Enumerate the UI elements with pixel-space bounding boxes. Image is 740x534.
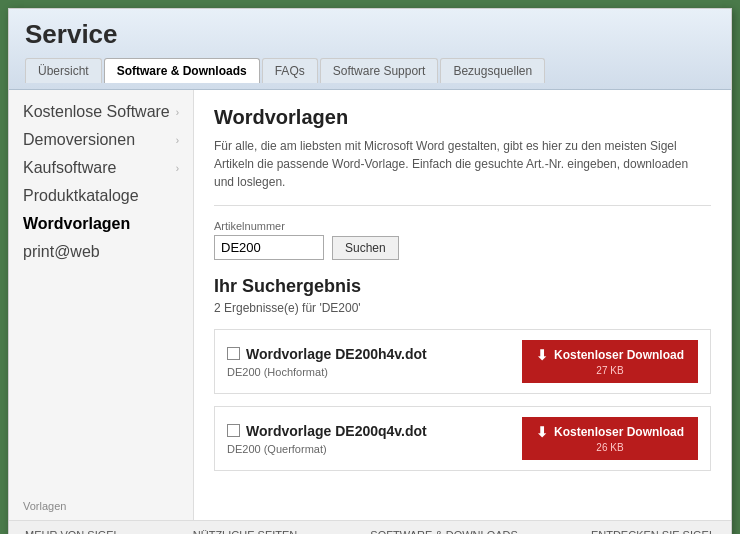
footer-bar: MEHR VON SIGEL NÜTZLICHE SEITEN SOFTWARE… xyxy=(9,520,731,534)
tab-software-downloads[interactable]: Software & Downloads xyxy=(104,58,260,83)
footer-item-software-downloads[interactable]: SOFTWARE & DOWNLOADS xyxy=(370,529,518,534)
footer-item-mehr-von-sigel[interactable]: MEHR VON SIGEL xyxy=(25,529,120,534)
result-item-2: Wordvorlage DE200q4v.dot DE200 (Querform… xyxy=(214,406,711,471)
result-subtitle-2: DE200 (Querformat) xyxy=(227,443,427,455)
chevron-right-icon: › xyxy=(176,135,179,146)
section-title: Wordvorlagen xyxy=(214,106,711,129)
sidebar: Kostenlose Software › Demoversionen › Ka… xyxy=(9,90,194,520)
result-title-2: Wordvorlage DE200q4v.dot xyxy=(227,423,427,439)
footer-item-nutzliche-seiten[interactable]: NÜTZLICHE SEITEN xyxy=(193,529,298,534)
result-title-1: Wordvorlage DE200h4v.dot xyxy=(227,346,427,362)
sidebar-inner: Kostenlose Software › Demoversionen › Ka… xyxy=(9,90,193,490)
form-label: Artikelnummer xyxy=(214,220,711,232)
footer-item-entdecken-sie-sigel[interactable]: ENTDECKEN SIE SIGEL xyxy=(591,529,715,534)
search-button[interactable]: Suchen xyxy=(332,236,399,260)
chevron-right-icon: › xyxy=(176,107,179,118)
tab-faqs[interactable]: FAQs xyxy=(262,58,318,83)
sidebar-item-kaufsoftware[interactable]: Kaufsoftware › xyxy=(9,154,193,182)
download-icon-2: ⬇ xyxy=(536,424,548,440)
download-button-1[interactable]: ⬇ Kostenloser Download 27 KB xyxy=(522,340,698,383)
sidebar-item-wordvorlagen[interactable]: Wordvorlagen xyxy=(9,210,193,238)
download-size-1: 27 KB xyxy=(596,365,623,376)
sidebar-bottom-label: Vorlagen xyxy=(9,490,193,520)
tab-bezugsquellen[interactable]: Bezugsquellen xyxy=(440,58,545,83)
tabs-bar: Übersicht Software & Downloads FAQs Soft… xyxy=(25,58,715,83)
content-area: Kostenlose Software › Demoversionen › Ka… xyxy=(9,90,731,520)
search-input[interactable] xyxy=(214,235,324,260)
sidebar-item-kostenlose-software[interactable]: Kostenlose Software › xyxy=(9,98,193,126)
results-count: 2 Ergebnisse(e) für 'DE200' xyxy=(214,301,711,315)
sidebar-item-print-at-web[interactable]: print@web xyxy=(9,238,193,266)
results-title: Ihr Suchergebnis xyxy=(214,276,711,297)
download-icon-1: ⬇ xyxy=(536,347,548,363)
checkbox-icon-1[interactable] xyxy=(227,347,240,360)
download-button-2[interactable]: ⬇ Kostenloser Download 26 KB xyxy=(522,417,698,460)
tab-software-support[interactable]: Software Support xyxy=(320,58,439,83)
chevron-right-icon: › xyxy=(176,163,179,174)
section-desc: Für alle, die am liebsten mit Microsoft … xyxy=(214,137,694,191)
sidebar-item-demoversionen[interactable]: Demoversionen › xyxy=(9,126,193,154)
tab-uebersicht[interactable]: Übersicht xyxy=(25,58,102,83)
form-row: Suchen xyxy=(214,235,711,260)
result-left-2: Wordvorlage DE200q4v.dot DE200 (Querform… xyxy=(227,423,427,455)
download-size-2: 26 KB xyxy=(596,442,623,453)
result-item-1: Wordvorlage DE200h4v.dot DE200 (Hochform… xyxy=(214,329,711,394)
main-window: Service Übersicht Software & Downloads F… xyxy=(8,8,732,534)
checkbox-icon-2[interactable] xyxy=(227,424,240,437)
main-content: Wordvorlagen Für alle, die am liebsten m… xyxy=(194,90,731,520)
result-left-1: Wordvorlage DE200h4v.dot DE200 (Hochform… xyxy=(227,346,427,378)
sidebar-item-produktkataloge[interactable]: Produktkataloge xyxy=(9,182,193,210)
result-subtitle-1: DE200 (Hochformat) xyxy=(227,366,427,378)
window-header: Service Übersicht Software & Downloads F… xyxy=(9,9,731,90)
page-title: Service xyxy=(25,19,715,50)
search-form: Artikelnummer Suchen xyxy=(214,220,711,276)
divider xyxy=(214,205,711,206)
